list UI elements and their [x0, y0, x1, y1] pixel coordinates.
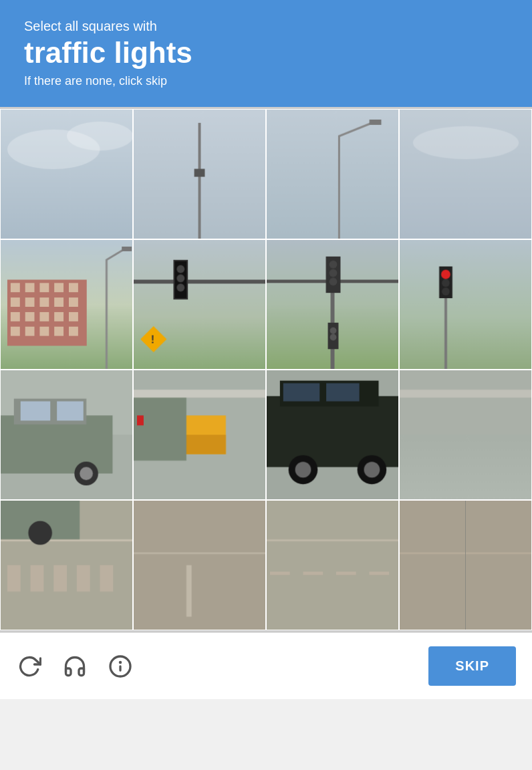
cell-canvas-4	[1, 240, 132, 369]
image-grid	[0, 107, 532, 632]
grid-cell-2[interactable]	[266, 109, 399, 239]
cell-canvas-15	[400, 501, 531, 630]
cell-canvas-8	[1, 370, 132, 499]
grid-cell-12[interactable]	[0, 500, 133, 630]
grid-cell-3[interactable]	[399, 109, 532, 239]
header-title: traffic lights	[24, 37, 508, 69]
refresh-icon[interactable]	[16, 653, 43, 680]
cell-canvas-9	[134, 370, 265, 499]
cell-canvas-6	[267, 240, 398, 369]
cell-canvas-14	[267, 501, 398, 630]
grid-cell-6[interactable]	[266, 239, 399, 370]
cell-canvas-12	[1, 501, 132, 630]
grid-cell-7[interactable]	[399, 239, 532, 370]
captcha-header: Select all squares with traffic lights I…	[0, 0, 532, 107]
cell-canvas-13	[134, 501, 265, 630]
grid-cell-9[interactable]	[133, 370, 266, 500]
cell-canvas-10	[267, 370, 398, 499]
grid-cell-5[interactable]	[133, 239, 266, 370]
footer-icons	[16, 653, 134, 680]
cell-canvas-3	[400, 110, 531, 239]
grid-cell-4[interactable]	[0, 239, 133, 370]
cell-canvas-5	[134, 240, 265, 369]
header-subtitle: Select all squares with	[24, 19, 508, 34]
grid-cell-14[interactable]	[266, 500, 399, 630]
grid-cell-13[interactable]	[133, 500, 266, 630]
header-hint: If there are none, click skip	[24, 74, 508, 88]
cell-canvas-2	[267, 110, 398, 239]
info-icon[interactable]	[107, 653, 134, 680]
grid-cell-10[interactable]	[266, 370, 399, 500]
captcha-container: Select all squares with traffic lights I…	[0, 0, 532, 699]
captcha-footer: SKIP	[0, 632, 532, 699]
grid-cell-8[interactable]	[0, 370, 133, 500]
cell-canvas-7	[400, 240, 531, 369]
grid-cell-1[interactable]	[133, 109, 266, 239]
skip-button[interactable]: SKIP	[428, 646, 516, 686]
grid-cell-15[interactable]	[399, 500, 532, 630]
headphones-icon[interactable]	[61, 653, 88, 680]
grid-cell-11[interactable]	[399, 370, 532, 500]
cell-canvas-11	[400, 370, 531, 499]
cell-canvas-0	[1, 110, 132, 239]
cell-canvas-1	[134, 110, 265, 239]
grid-cell-0[interactable]	[0, 109, 133, 239]
